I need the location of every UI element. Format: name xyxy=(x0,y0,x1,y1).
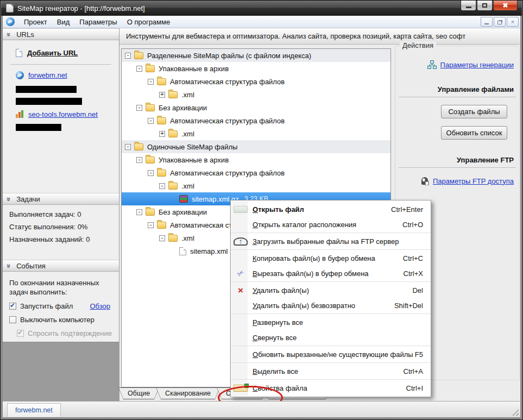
menu-item-Выделить все[interactable]: Выделить всеCtrl+A xyxy=(231,363,431,379)
folder-icon xyxy=(157,170,166,177)
tree-row[interactable]: -Автоматическая структура файлов xyxy=(122,114,390,127)
menu-item-Удалить файл(ы) безвозвратно[interactable]: Удалить файл(ы) безвозвратноShift+Del xyxy=(231,298,431,313)
tree-expander-minus-icon[interactable]: - xyxy=(148,118,154,124)
tree-expander-minus-icon[interactable]: - xyxy=(136,209,142,215)
tree-expander-minus-icon[interactable]: - xyxy=(148,170,154,176)
url-item[interactable]: seo-tools.forwebm.net xyxy=(16,109,98,120)
menubar-item-Проект[interactable]: Проект xyxy=(19,16,52,28)
url-item[interactable]: forwebm.net xyxy=(16,70,67,80)
tree-row[interactable]: -Упакованные в архив xyxy=(122,153,390,166)
redacted-bar xyxy=(16,98,82,105)
menu-item-label: Загрузить выбранные файлы на FTP сервер xyxy=(253,237,399,246)
mdi-close-button[interactable]: × xyxy=(507,17,519,27)
tree-expander-minus-icon[interactable]: - xyxy=(136,157,142,163)
tree-row[interactable]: -Автоматическая структура файлов xyxy=(122,166,390,179)
menu-item-Копировать файл(ы) в буфер обмена[interactable]: Копировать файл(ы) в буфер обменаCtrl+C xyxy=(231,250,431,266)
tree-node-label: Автоматическая структура файлов xyxy=(170,78,285,86)
url-link[interactable]: forwebm.net xyxy=(28,71,67,79)
menu-item-Открыть файл[interactable]: Открыть файлCtrl+Enter xyxy=(231,202,431,217)
section-header-urls[interactable]: » URLs xyxy=(3,28,119,40)
tree-expander-minus-icon[interactable]: - xyxy=(148,222,154,228)
mdi-minimize-button[interactable] xyxy=(481,17,493,27)
minimize-button[interactable] xyxy=(461,1,476,11)
checkbox[interactable] xyxy=(9,316,16,323)
tree-node-label: Упакованные в архив xyxy=(159,156,229,164)
tab-label: Общие xyxy=(119,388,159,399)
menu-item-Свернуть все[interactable]: Свернуть все xyxy=(231,330,431,345)
tree-expander-plus-icon[interactable]: + xyxy=(159,92,165,98)
close-icon: ✖ xyxy=(502,2,508,9)
browse-link[interactable]: Обзор xyxy=(90,302,110,310)
tree-row[interactable]: -.xml xyxy=(122,179,390,192)
tree-row[interactable]: +.xml xyxy=(122,88,390,101)
menubar-item-Вид[interactable]: Вид xyxy=(52,16,75,28)
ftp-params-row[interactable]: Параметры FTP доступа xyxy=(395,177,519,185)
events-panel: По окончании назначенных задач выполнить… xyxy=(3,272,119,341)
tree-expander-plus-icon[interactable]: + xyxy=(159,131,165,137)
tree-node-label: Автоматическая структура файлов xyxy=(170,117,285,125)
section-header-tasks[interactable]: » Задачи xyxy=(3,193,119,205)
menu-item-Открыть каталог расположения[interactable]: Открыть каталог расположенияCtrl+O xyxy=(231,217,431,232)
menu-shortcut: Ctrl+I xyxy=(406,384,423,392)
close-button[interactable]: ✖ xyxy=(493,1,518,11)
mdi-restore-button[interactable] xyxy=(494,17,506,27)
maximize-button[interactable] xyxy=(477,1,493,11)
generation-params-row[interactable]: Параметры генерации xyxy=(395,60,519,69)
tree-row[interactable]: -Автоматическая структура файлов xyxy=(122,75,390,88)
redacted-url-item[interactable] xyxy=(16,122,61,133)
bottom-bar: forwebm.net xyxy=(3,401,520,417)
sidebar: » URLs Добавить URL forwebm.netseo-tools… xyxy=(3,28,119,401)
task-status-line: Назначенных заданий: 0 xyxy=(9,235,119,243)
tree-expander-minus-icon[interactable]: - xyxy=(136,105,142,111)
delete-icon: × xyxy=(234,286,248,294)
menu-item-label: Обновить вырезанные/не существующие файл… xyxy=(253,350,413,359)
menu-item-Загрузить выбранные файлы на FTP сервер[interactable]: ↑Загрузить выбранные файлы на FTP сервер xyxy=(231,234,431,249)
tree-row[interactable]: -Одиночные SiteMap файлы xyxy=(122,140,390,153)
menu-item-Удалить файл(ы)[interactable]: ×Удалить файл(ы)Del xyxy=(231,283,431,298)
section-header-events[interactable]: » События xyxy=(3,260,119,272)
folder-icon xyxy=(134,52,143,59)
add-url-link[interactable]: Добавить URL xyxy=(27,49,78,57)
url-link[interactable]: seo-tools.forwebm.net xyxy=(28,110,98,118)
tree-row[interactable]: -Без архивации xyxy=(122,101,390,114)
tree-expander-minus-icon[interactable]: - xyxy=(159,235,165,241)
tab-Общие[interactable]: Общие xyxy=(118,387,159,399)
tree-node-label: Разделенные SiteMap файлы (с файлом инде… xyxy=(147,52,311,60)
restore-icon xyxy=(497,21,502,24)
menu-separator xyxy=(231,281,431,282)
tab-Сканирование[interactable]: Сканирование xyxy=(156,387,220,399)
menu-item-Развернуть все[interactable]: Развернуть все xyxy=(231,315,431,330)
archive-icon xyxy=(179,195,188,203)
project-tab[interactable]: forwebm.net xyxy=(7,403,61,417)
menu-shortcut: Ctrl+O xyxy=(402,221,423,229)
checkbox-row: Запустить файлОбзор xyxy=(9,302,119,310)
menu-item-Вырезать файл(ы) в буфер обмена[interactable]: ✂Вырезать файл(ы) в буфер обменаCtrl+X xyxy=(231,266,431,281)
add-url-button[interactable]: Добавить URL xyxy=(16,49,78,57)
menubar-item-Параметры[interactable]: Параметры xyxy=(74,16,122,28)
menubar-item-О программе[interactable]: О программе xyxy=(122,16,175,28)
redacted-url-item[interactable] xyxy=(16,96,82,106)
redacted-url-item[interactable] xyxy=(16,84,77,95)
refresh-list-button[interactable]: Обновить список xyxy=(441,126,507,140)
create-files-button[interactable]: Создать файлы xyxy=(441,105,507,118)
menu-shortcut: Shift+Del xyxy=(394,302,423,310)
menu-item-label: Удалить файл(ы) безвозвратно xyxy=(253,302,355,310)
banner-text: Инструменты для вебмастера и оптимизатор… xyxy=(126,32,465,40)
sidebar-filler xyxy=(3,342,119,401)
menu-bar: ПроектВидПараметрыО программе × xyxy=(3,16,520,28)
tree-expander-minus-icon[interactable]: - xyxy=(148,79,154,85)
checkbox[interactable] xyxy=(9,303,16,310)
menu-item-label: Свойства файла xyxy=(253,384,307,392)
menu-item-Свойства файла[interactable]: Свойства файлаCtrl+I xyxy=(231,380,431,396)
tree-expander-minus-icon[interactable]: - xyxy=(125,144,131,150)
tree-row[interactable]: -Разделенные SiteMap файлы (с файлом инд… xyxy=(122,49,390,62)
tree-expander-minus-icon[interactable]: - xyxy=(125,53,131,59)
ftp-params-link[interactable]: Параметры FTP доступа xyxy=(433,177,514,185)
tree-row[interactable]: +.xml xyxy=(122,127,390,140)
tree-expander-minus-icon[interactable]: - xyxy=(136,66,142,72)
generation-params-link[interactable]: Параметры генерации xyxy=(440,61,514,69)
menu-item-Обновить вырезанные/не существующие файлы[interactable]: Обновить вырезанные/не существующие файл… xyxy=(231,347,431,362)
resize-grip[interactable] xyxy=(512,409,519,416)
tree-expander-minus-icon[interactable]: - xyxy=(159,183,165,189)
tree-row[interactable]: -Упакованные в архив xyxy=(122,62,390,75)
